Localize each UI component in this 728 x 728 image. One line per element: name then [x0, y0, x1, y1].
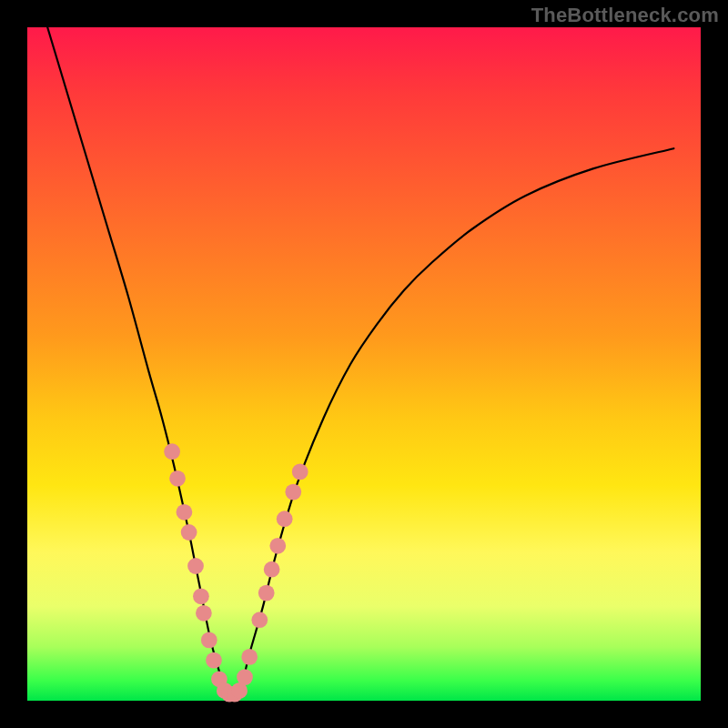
- data-marker: [285, 484, 301, 500]
- chart-frame: TheBottleneck.com: [0, 0, 728, 728]
- data-marker: [193, 588, 209, 604]
- data-marker: [292, 464, 308, 480]
- data-marker: [196, 605, 212, 622]
- marker-group: [164, 443, 308, 702]
- data-marker: [277, 511, 293, 527]
- data-marker: [164, 443, 180, 460]
- data-marker: [206, 652, 222, 669]
- data-marker: [269, 538, 286, 554]
- data-marker: [237, 669, 253, 685]
- data-marker: [241, 649, 258, 665]
- data-marker: [264, 561, 280, 578]
- watermark-text: TheBottleneck.com: [531, 4, 719, 27]
- data-marker: [251, 612, 268, 628]
- data-marker: [201, 632, 217, 649]
- chart-svg: [27, 27, 701, 701]
- plot-area: [27, 27, 701, 701]
- data-marker: [181, 524, 197, 541]
- data-marker: [177, 504, 193, 521]
- bottleneck-curve: [47, 27, 673, 695]
- data-marker: [187, 558, 204, 574]
- data-marker: [169, 470, 186, 487]
- data-marker: [258, 585, 275, 602]
